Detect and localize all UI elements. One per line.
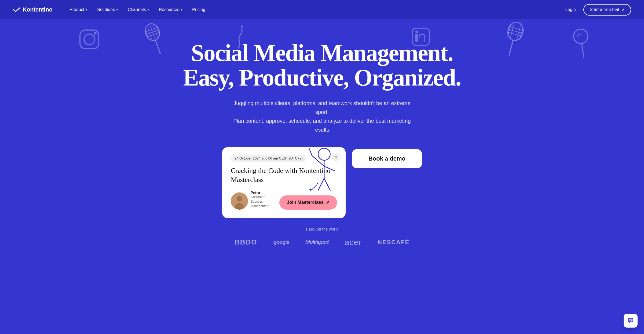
popup-title: Cracking the Code with Kontentino Master… bbox=[231, 166, 337, 184]
logo[interactable]: Kontentino bbox=[13, 6, 52, 13]
avatar bbox=[231, 192, 248, 210]
svg-line-20 bbox=[508, 26, 511, 37]
nav-links: Product ▾ Solutions ▾ Channels ▾ Resourc… bbox=[65, 5, 561, 14]
svg-line-24 bbox=[509, 27, 524, 30]
logo-acer: acer bbox=[345, 238, 361, 247]
svg-line-12 bbox=[147, 32, 160, 37]
navbar: Kontentino Product ▾ Solutions ▾ Channel… bbox=[0, 0, 644, 19]
start-trial-button[interactable]: Start a free trial ↗ bbox=[583, 4, 631, 16]
svg-point-2 bbox=[94, 32, 97, 35]
trusted-text: s around the world bbox=[172, 227, 472, 231]
svg-line-25 bbox=[507, 32, 522, 36]
svg-point-1 bbox=[84, 34, 95, 45]
popup-date: 24 October 2024 at 6:00 am CEST (UTC+2) bbox=[231, 155, 306, 162]
chat-button[interactable] bbox=[624, 314, 638, 328]
svg-line-6 bbox=[146, 31, 149, 40]
svg-point-32 bbox=[235, 203, 244, 210]
login-button[interactable]: Login bbox=[561, 5, 580, 14]
svg-point-3 bbox=[143, 22, 162, 43]
svg-line-10 bbox=[157, 27, 160, 36]
nav-right: Login Start a free trial ↗ bbox=[561, 4, 631, 16]
svg-rect-33 bbox=[628, 318, 633, 322]
svg-line-4 bbox=[155, 40, 160, 54]
logo-google: google bbox=[273, 239, 289, 245]
book-demo-button[interactable]: Book a demo bbox=[352, 149, 422, 168]
svg-line-21 bbox=[510, 24, 514, 39]
arrow-icon: ↗ bbox=[621, 7, 625, 12]
masterclass-popup: × bbox=[222, 147, 346, 218]
svg-line-27 bbox=[582, 43, 584, 58]
trusted-section: s around the world BBDO google Multispor… bbox=[161, 218, 483, 247]
svg-line-11 bbox=[145, 27, 158, 32]
svg-line-18 bbox=[509, 40, 513, 55]
svg-line-5 bbox=[146, 30, 159, 35]
popup-bottom: Petra Customer Success Management Join M… bbox=[231, 191, 337, 209]
logos-row: BBDO google Multisport acer NESCAFÉ bbox=[172, 238, 472, 247]
chevron-down-icon: ▾ bbox=[86, 8, 87, 12]
chevron-down-icon: ▾ bbox=[181, 8, 182, 12]
arrow-icon: ↗ bbox=[326, 200, 330, 205]
svg-line-9 bbox=[153, 26, 158, 39]
nav-resources[interactable]: Resources ▾ bbox=[155, 5, 187, 14]
popup-person: Petra Customer Success Management bbox=[231, 191, 275, 209]
chevron-down-icon: ▾ bbox=[116, 8, 118, 12]
svg-rect-0 bbox=[80, 30, 99, 49]
brand-name: Kontentino bbox=[23, 6, 52, 13]
svg-line-19 bbox=[508, 29, 523, 33]
nav-pricing[interactable]: Pricing bbox=[188, 5, 210, 14]
svg-line-7 bbox=[148, 28, 152, 41]
hero-headline: Social Media Management. Easy, Productiv… bbox=[172, 41, 472, 90]
nav-channels[interactable]: Channels ▾ bbox=[123, 5, 153, 14]
hero-content: Social Media Management. Easy, Productiv… bbox=[161, 19, 483, 147]
popup-close-button[interactable]: × bbox=[332, 153, 340, 161]
person-role: Customer Success Management bbox=[251, 195, 275, 208]
svg-point-26 bbox=[573, 28, 589, 44]
hero-section: Social Media Management. Easy, Productiv… bbox=[0, 0, 644, 334]
popup-illustration bbox=[300, 139, 348, 193]
join-masterclass-button[interactable]: Join Masterclass ↗ bbox=[279, 195, 337, 210]
svg-line-23 bbox=[520, 29, 523, 40]
nav-product[interactable]: Product ▾ bbox=[65, 5, 92, 14]
svg-line-8 bbox=[150, 26, 155, 40]
chevron-down-icon: ▾ bbox=[148, 8, 149, 12]
logo-multisport: Multisport bbox=[305, 239, 329, 245]
logo-nescafe: NESCAFÉ bbox=[378, 239, 409, 246]
hero-subtext: Juggling multiple clients, platforms, an… bbox=[231, 99, 413, 134]
svg-point-29 bbox=[318, 148, 330, 160]
popup-area: × bbox=[161, 147, 483, 218]
svg-point-17 bbox=[506, 21, 525, 42]
logo-bbdo: BBDO bbox=[235, 238, 257, 246]
popup-person-info: Petra Customer Success Management bbox=[251, 191, 275, 209]
svg-point-31 bbox=[237, 196, 242, 202]
person-name: Petra bbox=[251, 191, 275, 195]
nav-solutions[interactable]: Solutions ▾ bbox=[93, 5, 122, 14]
svg-line-22 bbox=[517, 26, 520, 41]
